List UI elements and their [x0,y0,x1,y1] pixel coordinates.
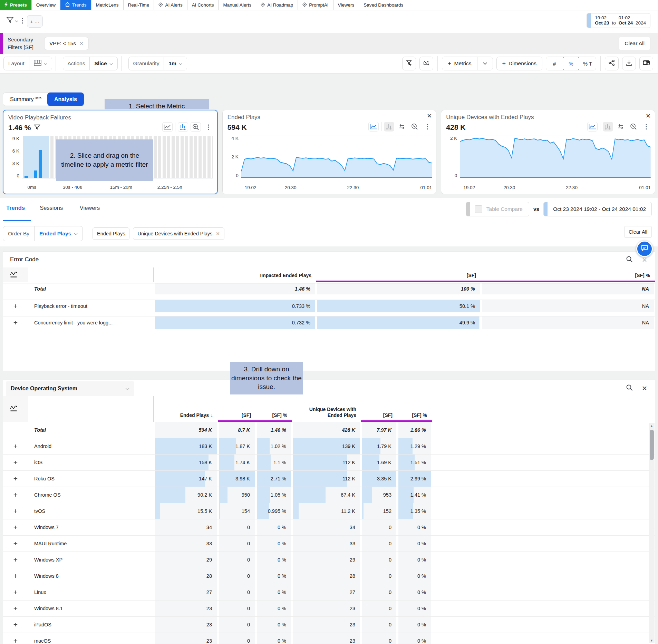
row-label[interactable]: iOS [28,455,154,470]
tab-viewers[interactable]: Viewers [80,205,100,211]
compare-icon[interactable] [397,122,407,131]
column-header[interactable]: [SF] % [397,396,432,422]
close-icon[interactable]: ✕ [646,112,651,120]
row-label[interactable]: macOS [28,633,154,644]
histogram-icon-disabled[interactable] [603,122,613,131]
histogram-icon-active[interactable] [178,122,188,132]
search-icon[interactable] [626,256,633,264]
expand-row-icon[interactable]: + [3,471,28,487]
scrollbar-thumb[interactable] [650,430,654,460]
expand-row-icon[interactable]: + [3,503,28,519]
metrics-dropdown-toggle[interactable] [477,57,493,70]
line-chart-icon-active[interactable] [587,122,598,131]
expand-row-icon[interactable]: + [3,617,28,633]
row-label[interactable]: Windows XP [28,552,154,568]
nav-tab-ai-cohorts[interactable]: AI Cohorts [187,0,219,10]
share-button[interactable] [605,57,619,70]
metric-card-ended-plays[interactable]: ✕ Ended Plays 594 K ⋮ 4 K2 K0 19:0220:30… [222,110,437,194]
line-chart-ended-plays[interactable]: 4 K2 K0 [226,136,432,178]
expand-row-icon[interactable]: + [3,633,28,644]
expand-row-icon[interactable]: + [3,519,28,535]
table-scrollbar[interactable]: ▲ ▼ [649,423,655,643]
column-header[interactable]: [SF] [316,267,481,282]
close-icon[interactable]: ✕ [427,112,432,120]
metric-filter-funnel-icon[interactable] [34,124,40,132]
format-percent-button[interactable]: % [563,57,579,70]
scroll-up-icon[interactable]: ▲ [649,423,655,429]
metric-filter-button[interactable] [402,57,416,70]
line-chart-unique-devices[interactable]: 2 K0 [445,136,651,178]
nav-tab-viewers[interactable]: Viewers [333,0,359,10]
column-header[interactable]: Ended Plays↓ [154,396,218,422]
line-chart-icon-active[interactable] [368,122,379,131]
nav-tab-ai-alerts[interactable]: AI Alerts [154,0,187,10]
column-header[interactable]: [SF] % [481,267,655,282]
date-range-picker[interactable]: 19:02 01:02 Oct 23 to Oct 24 2024 [587,13,650,28]
histogram-bar[interactable] [39,150,42,178]
row-label[interactable]: Windows 8 [28,568,154,584]
zoom-icon[interactable] [409,122,420,131]
expand-row-icon[interactable]: + [3,601,28,616]
line-chart-icon[interactable] [162,122,173,132]
expand-row-icon[interactable]: + [3,536,28,552]
row-label[interactable]: MAUI Runtime [28,536,154,552]
histogram-bar[interactable] [34,170,37,178]
column-header[interactable]: [SF] [361,396,397,422]
granularity-control[interactable]: Granularity 1m [128,57,187,70]
metrics-button[interactable]: +Metrics [442,57,493,70]
row-label[interactable]: Linux [28,584,154,600]
clear-all-filters-button[interactable]: Clear All [619,37,650,50]
nav-tab-metriclens[interactable]: MetricLens [91,0,124,10]
row-label[interactable]: iPadOS [28,617,154,633]
compare-range-picker[interactable]: Oct 23 2024 19:02 - Oct 24 2024 01:02 [543,202,652,216]
table-compare-toggle[interactable]: Table Compare [466,202,529,216]
histogram-selection[interactable] [23,136,49,178]
close-icon[interactable]: ✕ [642,384,647,392]
format-percent-total-button[interactable]: % T [579,57,596,70]
filter-chip-vpf[interactable]: VPF: < 15s ✕ [44,37,89,50]
tab-summary[interactable]: SummaryBeta [3,92,49,106]
row-label[interactable]: Android [28,438,154,454]
compare-icon[interactable] [616,122,626,131]
chat-assistant-button[interactable] [636,241,653,257]
histogram-icon-disabled[interactable] [384,122,394,131]
close-icon[interactable]: ✕ [216,231,220,236]
close-icon[interactable]: ✕ [79,41,84,46]
card-menu-icon[interactable]: ⋮ [203,122,214,132]
nav-tab-ai-roadmap[interactable]: AI Roadmap [256,0,298,10]
download-button[interactable] [622,57,636,70]
metric-card-video-playback-failures[interactable]: Video Playback Failures 1.46 % ⋮ 9 K6 K3… [3,110,218,194]
view-toggle-button[interactable] [639,57,653,70]
row-label[interactable]: Windows 7 [28,519,154,535]
trend-view-icon[interactable] [3,267,28,282]
format-count-button[interactable]: # [546,57,563,70]
actions-control[interactable]: Actions Slice [63,57,118,70]
metric-chip-unique-devices-with-ended-plays[interactable]: Unique Devices with Ended Plays✕ [133,227,224,240]
column-header[interactable]: Unique Devices with Ended Plays [292,396,361,422]
nav-tab-real-time[interactable]: Real-Time [124,0,154,10]
column-header[interactable]: [SF] [218,396,256,422]
nav-tab-overview[interactable]: Overview [32,0,60,10]
expand-row-icon[interactable]: + [3,552,28,568]
expand-row-icon[interactable]: + [3,316,28,329]
expand-row-icon[interactable]: + [3,300,28,312]
scroll-down-icon[interactable]: ▼ [649,637,655,643]
tab-trends[interactable]: Trends [6,205,25,211]
nav-tab-trends[interactable]: Trends [60,0,91,10]
row-label[interactable]: Concurrency limit - you were logg... [28,316,154,329]
search-icon[interactable] [626,384,633,392]
expand-row-icon[interactable]: + [3,438,28,454]
row-label[interactable]: Windows 8.1 [28,601,154,616]
tab-analysis[interactable]: Analysis [47,92,84,106]
row-label[interactable]: Playback error - timeout [28,300,154,312]
table-compare-checkbox[interactable] [475,205,482,213]
trend-view-icon[interactable] [3,396,28,422]
column-header[interactable]: Impacted Ended Plays [154,267,316,282]
presets-button[interactable]: Presets [0,0,32,10]
dimensions-button[interactable]: +Dimensions [496,57,543,70]
global-filter-button[interactable]: ⋮ [6,17,26,25]
row-label[interactable]: tvOS [28,503,154,519]
zoom-icon[interactable] [628,122,639,131]
order-by-control[interactable]: Order By Ended Plays [3,226,83,241]
column-header[interactable]: [SF] % [256,396,292,422]
